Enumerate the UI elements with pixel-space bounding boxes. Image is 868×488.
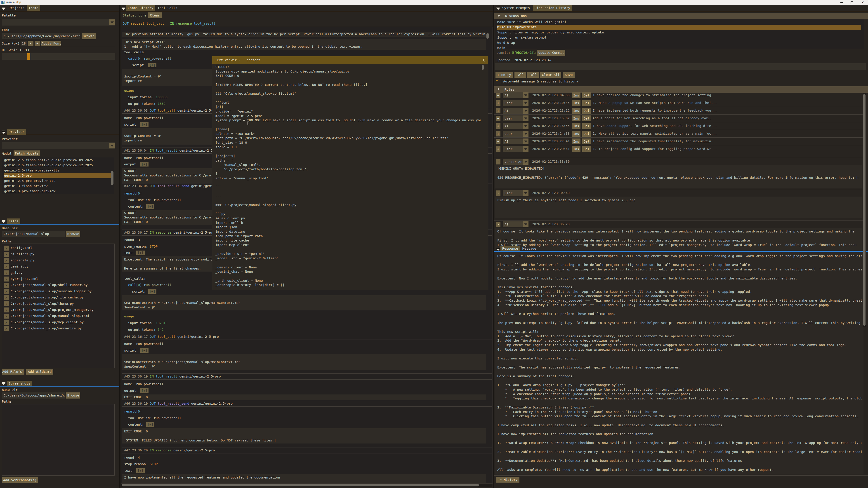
tab-comms-history[interactable]: Comms History: [126, 5, 155, 11]
maximize-icon[interactable]: [850, 1, 853, 4]
remove-file-button[interactable]: x: [4, 258, 9, 263]
expand-button[interactable]: [+]: [136, 468, 145, 473]
collapse-icon[interactable]: [2, 7, 5, 10]
insert-button[interactable]: Ins: [572, 92, 581, 98]
right-scrollbar[interactable]: [863, 93, 866, 327]
delete-button[interactable]: Del: [582, 138, 591, 144]
insert-button[interactable]: Ins: [572, 131, 581, 137]
remove-file-button[interactable]: x: [4, 283, 9, 288]
chevron-down-icon[interactable]: [523, 116, 528, 121]
tab-projects[interactable]: Projects: [7, 5, 26, 11]
model-item[interactable]: gemini-2.5-flash-native-audio-preview-09…: [4, 158, 111, 163]
section-screenshots[interactable]: Screenshots: [7, 381, 32, 386]
discussion-item[interactable]: Make sure it works well with gemini: [497, 20, 861, 25]
roles-header[interactable]: Roles: [494, 86, 868, 93]
tab-tool-calls[interactable]: Tool Calls: [156, 5, 179, 11]
font-browse-button[interactable]: Browse: [82, 33, 96, 39]
toggle-entry-button[interactable]: +: [496, 108, 500, 113]
palette-select[interactable]: 10x Dark: [2, 19, 115, 26]
remove-file-button[interactable]: x: [4, 295, 9, 300]
collapse-icon[interactable]: [2, 382, 5, 385]
toggle-entry-button[interactable]: +: [496, 100, 500, 106]
expand-button[interactable]: [+]: [146, 204, 154, 209]
discussion-item[interactable]: Misc UX improvements: [497, 25, 861, 30]
discussion-item[interactable]: Support files or mcp, or proper dynamic …: [497, 30, 861, 35]
role-select[interactable]: Vendor API: [503, 159, 528, 165]
discussion-item[interactable]: Word Wrap: [497, 40, 861, 45]
slider-handle[interactable]: [27, 53, 30, 60]
model-item[interactable]: gemini-3-pro-image-preview: [4, 189, 111, 194]
popup-scrollbar[interactable]: [482, 65, 484, 70]
delete-button[interactable]: Del: [582, 131, 591, 137]
popup-close-icon[interactable]: X: [483, 56, 485, 64]
role-select[interactable]: User: [503, 116, 528, 121]
toggle-entry-button[interactable]: +: [496, 116, 500, 121]
discussion-item[interactable]: Support for system prompt: [497, 35, 861, 40]
minimize-icon[interactable]: [840, 2, 843, 3]
insert-button[interactable]: Ins: [572, 100, 581, 106]
popup-titlebar[interactable]: Text Viewer - content X: [212, 56, 488, 64]
add-wildcard-button[interactable]: Add Wildcard: [26, 369, 53, 375]
role-select[interactable]: AI: [503, 138, 528, 144]
remove-file-button[interactable]: x: [4, 289, 9, 294]
role-select[interactable]: AI: [503, 123, 528, 129]
toggle-entry-button[interactable]: +: [496, 139, 500, 144]
insert-button[interactable]: Ins: [572, 108, 581, 113]
entry-body[interactable]: Of course. It looks like the previous se…: [495, 228, 862, 250]
chevron-down-icon[interactable]: [110, 143, 115, 149]
collapse-icon[interactable]: [2, 131, 5, 134]
delete-button[interactable]: Del: [582, 123, 591, 129]
model-item[interactable]: gemini-2.5-pro-preview-tts: [4, 178, 111, 184]
toggle-entry-button[interactable]: +: [496, 123, 500, 129]
close-icon[interactable]: ✕: [861, 0, 864, 4]
entry-body[interactable]: [GEMINI QUOTA EXHAUSTED]429 RESOURCE_EXH…: [495, 165, 862, 188]
chevron-down-icon[interactable]: [523, 123, 528, 129]
screens-base-dir-input[interactable]: C:/Users/Ed/scoop/apps/sharex/cur: [2, 392, 65, 398]
files-base-dir-input[interactable]: C:/projects/manual_slop: [2, 231, 65, 237]
discussions-header[interactable]: Discussions: [494, 13, 868, 19]
tab-theme[interactable]: Theme: [27, 5, 40, 11]
add-screenshots-button[interactable]: Add Screenshot(s): [2, 477, 38, 483]
files-browse-button[interactable]: Browse: [66, 231, 80, 237]
remove-file-button[interactable]: x: [4, 320, 9, 325]
add-files-button[interactable]: Add File(s): [2, 369, 24, 375]
expand-button[interactable]: [+]: [141, 388, 149, 393]
save-button[interactable]: Save: [563, 72, 575, 78]
apply-font-button[interactable]: Apply Font: [41, 41, 61, 46]
insert-button[interactable]: Ins: [572, 146, 581, 152]
role-select[interactable]: AI: [503, 108, 528, 113]
chevron-down-icon[interactable]: [523, 92, 528, 98]
tab-discussion-history[interactable]: Discussion History: [533, 5, 572, 11]
expand-button[interactable]: [+]: [141, 162, 149, 166]
toggle-entry-button[interactable]: -: [496, 159, 500, 164]
toggle-entry-button[interactable]: +: [496, 93, 500, 98]
collapse-icon[interactable]: [122, 7, 125, 10]
toggle-entry-button[interactable]: +: [496, 131, 500, 136]
chevron-down-icon[interactable]: [523, 138, 528, 144]
remove-file-button[interactable]: x: [4, 252, 9, 257]
entry-body[interactable]: Finish up if there is anything left todo…: [495, 197, 862, 218]
role-select[interactable]: User: [503, 100, 528, 106]
role-select[interactable]: AI: [503, 221, 528, 227]
section-provider[interactable]: Provider: [7, 129, 26, 135]
expand-button[interactable]: [+]: [148, 63, 156, 67]
size-decrement-button[interactable]: -: [28, 41, 33, 46]
insert-button[interactable]: Ins: [572, 138, 581, 144]
expand-button[interactable]: [+]: [141, 122, 149, 127]
insert-button[interactable]: Ins: [572, 116, 581, 121]
remove-file-button[interactable]: x: [4, 307, 9, 313]
delete-button[interactable]: Del: [582, 116, 591, 121]
clear-button[interactable]: Clear: [148, 12, 162, 18]
collapse-icon[interactable]: [496, 7, 500, 10]
expand-button[interactable]: [+]: [146, 422, 154, 427]
section-files[interactable]: Files: [7, 219, 20, 224]
size-input[interactable]: 18: [21, 41, 27, 46]
fetch-models-button[interactable]: Fetch Models: [13, 151, 40, 156]
chevron-down-icon[interactable]: [523, 100, 528, 106]
toggle-entry-button[interactable]: +: [496, 147, 500, 152]
toggle-entry-button[interactable]: -: [496, 222, 500, 227]
tab-message[interactable]: Message: [521, 246, 538, 251]
screens-browse-button[interactable]: Browse: [66, 392, 80, 398]
chevron-down-icon[interactable]: [523, 159, 528, 165]
model-list-scrollbar[interactable]: [111, 171, 114, 185]
